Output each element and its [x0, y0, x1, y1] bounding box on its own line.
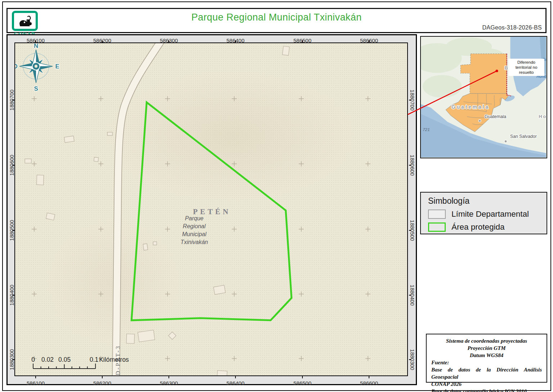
info-source-line: Base de datos de la Dirección Análisis G…	[431, 366, 542, 380]
inset-label-honduras: Ho	[539, 114, 546, 119]
map-document-page: CONAP Parque Regional Municipal Txinivak…	[0, 0, 553, 392]
axis-tick	[409, 230, 411, 231]
region-label: PETÉN	[193, 207, 231, 216]
compass-label-south: S	[34, 85, 38, 92]
legend-item-label: Área protegida	[451, 222, 505, 232]
inset-label-country: Guatemala	[451, 104, 490, 110]
header: CONAP Parque Regional Municipal Txinivak…	[6, 8, 547, 33]
axis-tick	[409, 165, 411, 166]
coordinate-label-bottom: 586500	[293, 380, 311, 386]
coordinate-label-bottom: 586300	[160, 380, 178, 386]
axis-tick	[302, 376, 303, 378]
info-box: Sistema de coordenadas proyectadas Proye…	[426, 334, 547, 383]
inset-label-number: 721	[423, 127, 430, 132]
page-title: Parque Regional Municipal Txinivakán	[8, 12, 545, 23]
map-canvas: PETÉN Parque Regional Municipal Txinivak…	[14, 42, 408, 376]
svg-text:Regional: Regional	[183, 223, 206, 229]
inset-label-city: Guatemala	[485, 114, 506, 119]
compass-rose-icon: N E S O	[15, 43, 59, 92]
legend-box: Simbología Límite Departamental Área pro…	[420, 192, 547, 234]
scale-bar-label: 0.1	[90, 356, 98, 363]
scale-bar-unit: Kilómetros	[99, 356, 129, 363]
axis-tick	[235, 376, 236, 378]
compass-label-west: O	[15, 63, 18, 70]
axis-tick	[35, 376, 36, 378]
axis-tick	[409, 295, 411, 296]
inset-label-san-salvador: San Salvador	[510, 134, 537, 139]
info-line: Datum WGS84	[431, 352, 542, 359]
legend-item-departmental: Límite Departamental	[428, 209, 547, 219]
building-footprints	[25, 46, 289, 375]
inset-label-belize: B	[505, 65, 508, 71]
compass-label-east: E	[55, 63, 59, 70]
inset-city-dot-san-salvador	[504, 140, 507, 143]
legend-swatch-protected	[428, 222, 446, 232]
coordinate-label-bottom: 586400	[226, 380, 244, 386]
document-id: DAGeos-318-2026-BS	[482, 24, 542, 31]
axis-tick	[409, 100, 411, 100]
scale-bar-label: 0.05	[58, 356, 71, 363]
axis-tick	[168, 376, 169, 378]
inset-map: B Guatemala Guatemala San Salvador 721 H…	[420, 36, 547, 158]
axis-tick	[102, 376, 103, 378]
legend-item-protected-area: Área protegida	[428, 222, 547, 232]
svg-text:Txinivakán: Txinivakán	[180, 239, 208, 245]
axis-tick	[409, 359, 411, 360]
axis-tick	[369, 376, 369, 378]
info-source-line: CONAP 2026	[431, 380, 542, 388]
coordinate-label-bottom: 586200	[93, 380, 111, 386]
diferendo-note: Diferendo territorial no resuelto	[508, 59, 544, 76]
inset-city-dot-guatemala	[478, 120, 481, 122]
info-line: Proyección GTM	[431, 344, 542, 352]
info-source-heading: Fuente:	[431, 359, 542, 366]
coordinate-label-bottom: 586600	[360, 380, 378, 386]
info-line: Sistema de coordenadas proyectadas	[431, 337, 542, 344]
compass-label-north: N	[34, 43, 38, 49]
legend-item-label: Límite Departamental	[451, 209, 529, 219]
map-frame: 586100 586200 586300 586400 586500 58660…	[6, 34, 417, 385]
scale-bar-label: 0.02	[41, 356, 54, 363]
legend-title: Simbología	[428, 196, 547, 206]
info-source-line: Base de datos cartografía básica IGN 201…	[431, 388, 542, 392]
scale-bar-label: 0	[31, 356, 35, 363]
svg-text:Municipal: Municipal	[182, 231, 207, 237]
svg-text:Parque: Parque	[185, 215, 204, 221]
legend-swatch-departmental	[428, 209, 446, 219]
park-name-label: Parque Regional Municipal Txinivakán	[180, 215, 208, 245]
coordinate-label-bottom: 586100	[27, 380, 45, 386]
